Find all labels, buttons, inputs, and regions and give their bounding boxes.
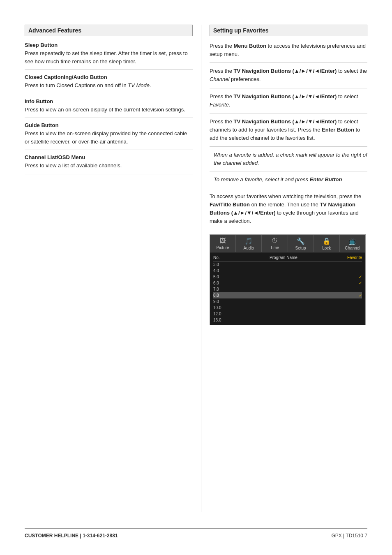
setup-icon: 🔧: [289, 237, 313, 245]
tab-picture-label: Picture: [217, 245, 229, 250]
channel-icon: 📺: [341, 237, 364, 245]
col-name-header: Program Name: [234, 255, 333, 260]
table-row: 7.0: [213, 286, 362, 292]
tab-lock-label: Lock: [322, 246, 331, 250]
picture-icon: 🖼: [211, 237, 235, 245]
tv-tab-channel: 📺 Channel: [340, 235, 365, 252]
advanced-features-header: Advanced Features: [25, 25, 193, 36]
tv-tab-lock: 🔒 Lock: [314, 235, 340, 252]
tv-menu-body: No. Program Name Favorite 3.0 4.0: [210, 252, 365, 325]
table-row: 4.0: [213, 268, 362, 274]
sleep-button-desc: Press repeatedly to set the sleep timer.…: [25, 49, 193, 65]
tab-setup-label: Setup: [295, 246, 306, 250]
favorites-header: Setting up Favorites: [210, 25, 367, 36]
tv-tab-time: ⏱ Time: [262, 235, 288, 252]
tv-menu-image: 🖼 Picture 🎵 Audio ⏱ Time 🔧 Setup: [210, 234, 366, 325]
tab-audio-label: Audio: [243, 246, 254, 250]
info-button-title: Info Button: [25, 98, 193, 104]
audio-icon: 🎵: [237, 237, 261, 245]
favorites-p2: Press the TV Navigation Buttons (▲/►/▼/◄…: [210, 67, 367, 88]
tv-table-header: No. Program Name Favorite: [213, 254, 362, 261]
guide-button-title: Guide Button: [25, 122, 193, 128]
sleep-button-section: Sleep Button Press repeatedly to set the…: [25, 42, 193, 70]
table-row: 13.0: [213, 317, 362, 323]
table-row-selected: 8.0 ✓: [213, 292, 362, 298]
table-row: 12.0: [213, 311, 362, 317]
table-row: 9.0: [213, 298, 362, 305]
cc-button-title: Closed Captioning/Audio Button: [25, 74, 193, 80]
favorites-note2: To remove a favorite, select it and pres…: [210, 176, 367, 188]
content-area: Advanced Features Sleep Button Press rep…: [25, 25, 367, 512]
tv-menu-tabs: 🖼 Picture 🎵 Audio ⏱ Time 🔧 Setup: [210, 235, 365, 252]
channel-list-section: Channel List/OSD Menu Press to view a li…: [25, 154, 193, 174]
table-row: 5.0 ✓: [213, 274, 362, 280]
tv-tab-setup: 🔧 Setup: [288, 235, 314, 252]
lock-icon: 🔒: [315, 237, 339, 245]
guide-button-section: Guide Button Press to view the on-screen…: [25, 122, 193, 150]
footer-helpline: CUSTOMER HELPLINE | 1-314-621-2881: [25, 533, 118, 539]
favorites-p4: Press the TV Navigation Buttons (▲/►/▼/◄…: [210, 118, 367, 147]
sleep-button-title: Sleep Button: [25, 42, 193, 48]
footer-model: GPX | TD1510 7: [331, 533, 367, 539]
table-row: 6.0 ✓: [213, 280, 362, 286]
info-button-desc: Press to view an on-screen display of th…: [25, 106, 193, 114]
channel-list-title: Channel List/OSD Menu: [25, 154, 193, 160]
col-no-header: No.: [213, 255, 234, 260]
cc-button-desc: Press to turn Closed Captions on and off…: [25, 81, 193, 90]
tv-tab-picture: 🖼 Picture: [210, 235, 236, 252]
left-column: Advanced Features Sleep Button Press rep…: [25, 25, 201, 512]
tab-time-label: Time: [270, 245, 279, 250]
tv-tab-audio: 🎵 Audio: [236, 235, 262, 252]
favorites-note1: When a favorite is added, a check mark w…: [210, 151, 367, 171]
channel-list-desc: Press to view a list of available channe…: [25, 162, 193, 170]
favorites-p-final: To access your favorites when watching t…: [210, 192, 367, 230]
favorites-p1: Press the Menu Button to access the tele…: [210, 42, 367, 63]
table-row: 3.0: [213, 261, 362, 268]
time-icon: ⏱: [263, 237, 286, 245]
col-fav-header: Favorite: [333, 255, 362, 260]
cc-button-section: Closed Captioning/Audio Button Press to …: [25, 74, 193, 94]
right-column: Setting up Favorites Press the Menu Butt…: [201, 25, 367, 512]
table-row: 10.0: [213, 305, 362, 311]
info-button-section: Info Button Press to view an on-screen d…: [25, 98, 193, 118]
footer: CUSTOMER HELPLINE | 1-314-621-2881 GPX |…: [25, 528, 367, 539]
favorites-p3: Press the TV Navigation Buttons (▲/►/▼/◄…: [210, 92, 367, 113]
page: Advanced Features Sleep Button Press rep…: [0, 0, 392, 555]
guide-button-desc: Press to view the on-screen display prov…: [25, 130, 193, 146]
tab-channel-label: Channel: [345, 246, 360, 250]
